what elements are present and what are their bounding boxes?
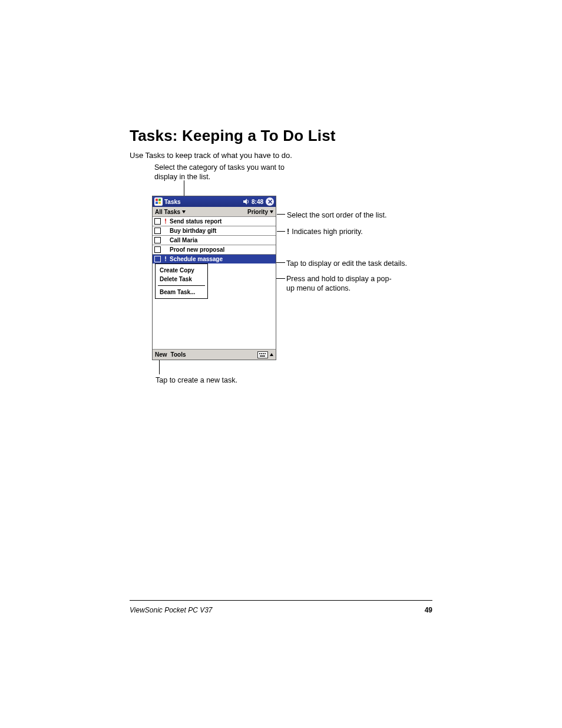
- menu-item-beam-task[interactable]: Beam Task...: [156, 288, 207, 297]
- callout-priority-text: Indicates high priority.: [292, 228, 363, 236]
- chevron-down-icon: [182, 210, 186, 213]
- task-label: Buy birthday gift: [168, 228, 216, 234]
- task-label: Proof new proposal: [168, 246, 224, 253]
- task-row[interactable]: Buy birthday gift: [153, 226, 276, 235]
- menu-item-create-copy[interactable]: Create Copy: [156, 266, 207, 275]
- checkbox[interactable]: [154, 246, 161, 253]
- task-label: Schedule massage: [168, 256, 223, 262]
- task-row[interactable]: Call Maria: [153, 236, 276, 245]
- menu-bar: New Tools: [153, 349, 276, 360]
- footer-page-number: 49: [425, 606, 432, 614]
- menu-tools[interactable]: Tools: [171, 351, 186, 358]
- menu-item-delete-task[interactable]: Delete Task: [156, 275, 207, 284]
- priority-icon: !: [163, 256, 168, 262]
- footer-rule: [130, 600, 432, 601]
- checkbox[interactable]: [154, 228, 161, 234]
- titlebar-time: 8:48: [252, 199, 263, 205]
- priority-icon: !: [163, 218, 168, 225]
- chevron-up-icon[interactable]: [270, 353, 273, 356]
- device-screenshot: Tasks 8:48 ✕ All Tasks Priority: [152, 196, 276, 360]
- speaker-icon[interactable]: [243, 199, 250, 205]
- filter-bar: All Tasks Priority: [153, 207, 276, 217]
- close-icon[interactable]: ✕: [266, 197, 274, 206]
- category-label: All Tasks: [155, 209, 180, 215]
- leader-line: [277, 214, 285, 215]
- task-label: Send status report: [168, 218, 222, 225]
- task-row[interactable]: Proof new proposal: [153, 245, 276, 254]
- svg-marker-4: [243, 199, 247, 205]
- titlebar-app-name: Tasks: [164, 199, 181, 205]
- task-list: ! Send status report Buy birthday gift C…: [153, 217, 276, 263]
- svg-rect-0: [156, 199, 158, 201]
- page-heading: Tasks: Keeping a To Do List: [130, 127, 336, 145]
- callout-sort: Select the sort order of the list.: [287, 211, 387, 220]
- titlebar: Tasks 8:48 ✕: [153, 196, 276, 207]
- svg-rect-3: [158, 202, 161, 204]
- leader-line: [277, 231, 285, 232]
- task-row[interactable]: ! Schedule massage: [153, 255, 276, 263]
- callout-priority: !Indicates high priority.: [287, 228, 363, 237]
- svg-rect-2: [156, 202, 158, 204]
- task-label: Call Maria: [168, 237, 197, 243]
- callout-hold: Press and hold to display a pop-up menu …: [286, 275, 392, 293]
- task-row[interactable]: ! Send status report: [153, 217, 276, 226]
- sort-label: Priority: [247, 209, 268, 215]
- menu-separator: [158, 285, 205, 286]
- sort-dropdown[interactable]: Priority: [247, 209, 273, 215]
- callout-new-task: Tap to create a new task.: [156, 376, 237, 386]
- svg-rect-1: [158, 199, 161, 201]
- menu-new[interactable]: New: [155, 351, 167, 358]
- priority-mark-icon: !: [287, 228, 289, 236]
- callout-details: Tap to display or edit the task details.: [286, 259, 407, 269]
- checkbox[interactable]: [154, 237, 161, 243]
- footer-product: ViewSonic Pocket PC V37: [130, 606, 213, 614]
- keyboard-icon[interactable]: [257, 351, 268, 358]
- checkbox[interactable]: [154, 256, 161, 262]
- context-menu: Create Copy Delete Task Beam Task...: [155, 263, 208, 299]
- checkbox[interactable]: [154, 218, 161, 225]
- intro-text: Use Tasks to keep track of what you have…: [130, 151, 292, 160]
- start-flag-icon[interactable]: [154, 197, 163, 206]
- chevron-down-icon: [270, 210, 273, 213]
- callout-category: Select the category of tasks you want to…: [154, 163, 290, 182]
- leader-line: [159, 360, 160, 374]
- category-dropdown[interactable]: All Tasks: [155, 209, 186, 215]
